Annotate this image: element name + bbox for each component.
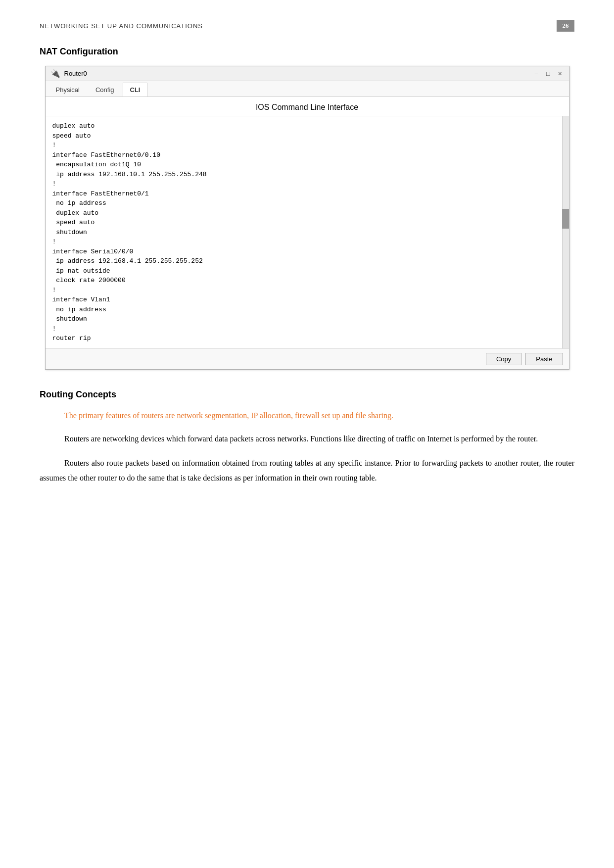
nat-configuration-section: NAT Configuration 🔌 Router0 – □ × Physic…	[40, 47, 574, 370]
nat-heading: NAT Configuration	[40, 47, 574, 57]
tab-config[interactable]: Config	[88, 83, 122, 96]
window-controls: – □ ×	[533, 70, 564, 77]
router-icon: 🔌	[50, 69, 60, 78]
window-title-text: Router0	[64, 70, 87, 77]
close-button[interactable]: ×	[556, 70, 564, 77]
copy-button[interactable]: Copy	[486, 353, 521, 365]
window-footer: Copy Paste	[46, 348, 569, 369]
tab-physical[interactable]: Physical	[48, 83, 87, 96]
routing-concepts-section: Routing Concepts The primary features of…	[40, 389, 574, 486]
paragraph-1: Routers are networking devices which for…	[40, 432, 574, 446]
highlight-paragraph: The primary features of routers are netw…	[40, 409, 574, 423]
routing-heading: Routing Concepts	[40, 389, 574, 400]
router-window: 🔌 Router0 – □ × Physical Config CLI IOS …	[45, 66, 569, 370]
scrollbar-track[interactable]	[562, 116, 569, 348]
ios-header: IOS Command Line Interface	[46, 97, 569, 116]
paragraph-2: Routers also route packets based on info…	[40, 456, 574, 486]
window-titlebar: 🔌 Router0 – □ ×	[46, 66, 569, 81]
cli-text: duplex auto speed auto ! interface FastE…	[52, 121, 562, 343]
header-title: NETWORKING SET UP AND COMMUNICATIONS	[40, 22, 203, 30]
maximize-button[interactable]: □	[544, 70, 552, 77]
page-number: 26	[557, 20, 574, 32]
tab-cli[interactable]: CLI	[123, 83, 148, 96]
paste-button[interactable]: Paste	[525, 353, 563, 365]
cli-content-area[interactable]: duplex auto speed auto ! interface FastE…	[46, 116, 569, 348]
window-title-left: 🔌 Router0	[50, 69, 87, 78]
scrollbar-thumb[interactable]	[562, 209, 569, 229]
page: NETWORKING SET UP AND COMMUNICATIONS 26 …	[0, 0, 614, 868]
page-header: NETWORKING SET UP AND COMMUNICATIONS 26	[40, 20, 574, 32]
minimize-button[interactable]: –	[533, 70, 540, 77]
window-tabs: Physical Config CLI	[46, 81, 569, 97]
